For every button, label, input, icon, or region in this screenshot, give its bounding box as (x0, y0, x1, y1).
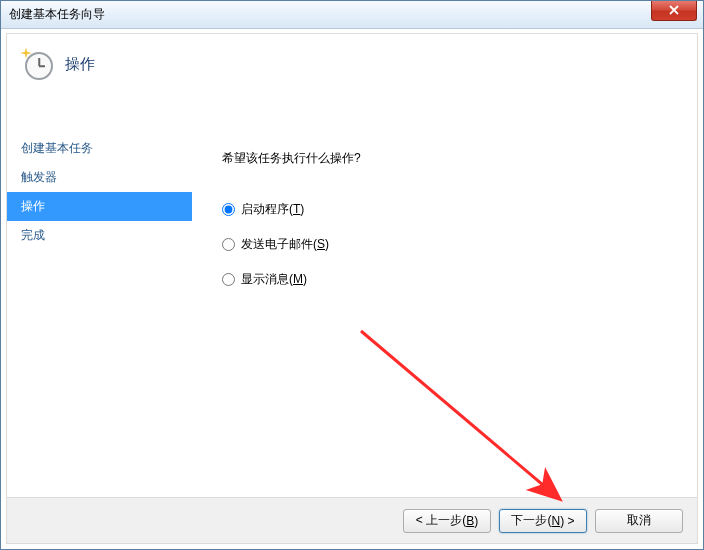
close-button[interactable] (651, 1, 697, 21)
sidebar-step-create[interactable]: 创建基本任务 (7, 134, 192, 163)
sidebar-step-action[interactable]: 操作 (7, 192, 192, 221)
label-start-program[interactable]: 启动程序(T) (241, 201, 304, 218)
titlebar: 创建基本任务向导 (1, 1, 703, 29)
radio-start-program[interactable] (222, 203, 235, 216)
radio-show-message[interactable] (222, 273, 235, 286)
wizard-footer: < 上一步(B) 下一步(N) > 取消 (7, 497, 697, 543)
sidebar-step-finish[interactable]: 完成 (7, 221, 192, 250)
wizard-window: 创建基本任务向导 操作 创建基本任务 触发器 操作 完成 (0, 0, 704, 550)
option-start-program[interactable]: 启动程序(T) (222, 201, 677, 218)
cancel-button[interactable]: 取消 (595, 509, 683, 533)
window-title: 创建基本任务向导 (9, 6, 105, 23)
label-show-message[interactable]: 显示消息(M) (241, 271, 307, 288)
content-area: 操作 创建基本任务 触发器 操作 完成 希望该任务执行什么操作? 启动程序(T) (6, 33, 698, 544)
radio-send-email[interactable] (222, 238, 235, 251)
task-clock-icon (21, 48, 53, 80)
option-show-message[interactable]: 显示消息(M) (222, 271, 677, 288)
back-button[interactable]: < 上一步(B) (403, 509, 491, 533)
option-send-email[interactable]: 发送电子邮件(S) (222, 236, 677, 253)
page-title: 操作 (65, 55, 95, 74)
sidebar: 创建基本任务 触发器 操作 完成 (7, 126, 192, 497)
sidebar-step-trigger[interactable]: 触发器 (7, 163, 192, 192)
action-prompt: 希望该任务执行什么操作? (222, 150, 677, 167)
wizard-body: 创建基本任务 触发器 操作 完成 希望该任务执行什么操作? 启动程序(T) 发送… (7, 126, 697, 497)
wizard-header: 操作 (7, 34, 697, 94)
next-button[interactable]: 下一步(N) > (499, 509, 587, 533)
close-icon (669, 5, 679, 15)
label-send-email[interactable]: 发送电子邮件(S) (241, 236, 329, 253)
main-panel: 希望该任务执行什么操作? 启动程序(T) 发送电子邮件(S) (192, 126, 697, 497)
